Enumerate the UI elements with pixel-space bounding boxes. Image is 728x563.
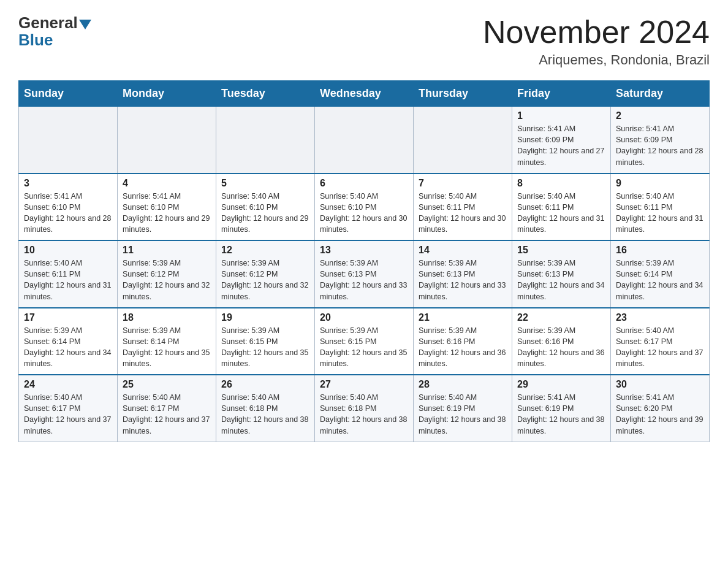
day-info: Sunrise: 5:39 AM Sunset: 6:14 PM Dayligh… <box>24 325 112 370</box>
calendar-cell: 7Sunrise: 5:40 AM Sunset: 6:11 PM Daylig… <box>414 174 512 241</box>
calendar-cell: 15Sunrise: 5:39 AM Sunset: 6:13 PM Dayli… <box>512 240 611 308</box>
day-info: Sunrise: 5:39 AM Sunset: 6:16 PM Dayligh… <box>419 325 507 370</box>
calendar-cell <box>216 107 315 174</box>
calendar-subtitle: Ariquemes, Rondonia, Brazil <box>483 52 710 68</box>
day-number: 17 <box>24 312 112 323</box>
weekday-header-monday: Monday <box>118 81 216 107</box>
day-number: 7 <box>419 178 507 189</box>
day-number: 12 <box>221 245 309 256</box>
day-number: 21 <box>419 312 507 323</box>
calendar-cell: 6Sunrise: 5:40 AM Sunset: 6:10 PM Daylig… <box>315 174 414 241</box>
calendar-title: November 2024 <box>483 15 710 50</box>
day-number: 6 <box>320 178 408 189</box>
calendar-cell: 27Sunrise: 5:40 AM Sunset: 6:18 PM Dayli… <box>315 375 414 442</box>
day-info: Sunrise: 5:41 AM Sunset: 6:20 PM Dayligh… <box>616 392 704 437</box>
title-area: November 2024 Ariquemes, Rondonia, Brazi… <box>483 15 710 68</box>
day-info: Sunrise: 5:39 AM Sunset: 6:15 PM Dayligh… <box>320 325 408 370</box>
day-info: Sunrise: 5:40 AM Sunset: 6:18 PM Dayligh… <box>221 392 309 437</box>
day-info: Sunrise: 5:41 AM Sunset: 6:10 PM Dayligh… <box>24 191 112 236</box>
calendar-cell: 23Sunrise: 5:40 AM Sunset: 6:17 PM Dayli… <box>611 308 710 375</box>
calendar-cell: 26Sunrise: 5:40 AM Sunset: 6:18 PM Dayli… <box>216 375 315 442</box>
day-info: Sunrise: 5:39 AM Sunset: 6:13 PM Dayligh… <box>419 258 507 302</box>
calendar-cell: 11Sunrise: 5:39 AM Sunset: 6:12 PM Dayli… <box>118 240 216 308</box>
calendar-cell: 25Sunrise: 5:40 AM Sunset: 6:17 PM Dayli… <box>118 375 216 442</box>
day-info: Sunrise: 5:40 AM Sunset: 6:10 PM Dayligh… <box>320 191 408 236</box>
day-number: 27 <box>320 379 408 390</box>
weekday-header-row: SundayMondayTuesdayWednesdayThursdayFrid… <box>19 81 710 107</box>
day-info: Sunrise: 5:39 AM Sunset: 6:12 PM Dayligh… <box>123 258 211 302</box>
day-info: Sunrise: 5:41 AM Sunset: 6:19 PM Dayligh… <box>517 392 605 437</box>
day-number: 13 <box>320 245 408 256</box>
day-number: 10 <box>24 245 112 256</box>
calendar-cell: 18Sunrise: 5:39 AM Sunset: 6:14 PM Dayli… <box>118 308 216 375</box>
calendar-week-3: 10Sunrise: 5:40 AM Sunset: 6:11 PM Dayli… <box>19 240 710 308</box>
calendar-cell: 24Sunrise: 5:40 AM Sunset: 6:17 PM Dayli… <box>19 375 118 442</box>
day-info: Sunrise: 5:40 AM Sunset: 6:17 PM Dayligh… <box>123 392 211 437</box>
calendar-cell: 29Sunrise: 5:41 AM Sunset: 6:19 PM Dayli… <box>512 375 611 442</box>
day-number: 2 <box>616 110 704 121</box>
calendar-cell: 5Sunrise: 5:40 AM Sunset: 6:10 PM Daylig… <box>216 174 315 241</box>
calendar-cell <box>118 107 216 174</box>
calendar-cell: 22Sunrise: 5:39 AM Sunset: 6:16 PM Dayli… <box>512 308 611 375</box>
calendar-cell: 8Sunrise: 5:40 AM Sunset: 6:11 PM Daylig… <box>512 174 611 241</box>
logo-general-text: General <box>18 15 78 31</box>
calendar-cell <box>315 107 414 174</box>
calendar-cell: 12Sunrise: 5:39 AM Sunset: 6:12 PM Dayli… <box>216 240 315 308</box>
calendar-cell: 3Sunrise: 5:41 AM Sunset: 6:10 PM Daylig… <box>19 174 118 241</box>
day-number: 20 <box>320 312 408 323</box>
day-number: 3 <box>24 178 112 189</box>
calendar-cell: 4Sunrise: 5:41 AM Sunset: 6:10 PM Daylig… <box>118 174 216 241</box>
logo-arrow-icon <box>79 20 91 29</box>
calendar-cell <box>19 107 118 174</box>
weekday-header-tuesday: Tuesday <box>216 81 315 107</box>
calendar-cell: 16Sunrise: 5:39 AM Sunset: 6:14 PM Dayli… <box>611 240 710 308</box>
day-number: 16 <box>616 245 704 256</box>
day-info: Sunrise: 5:40 AM Sunset: 6:11 PM Dayligh… <box>419 191 507 236</box>
day-info: Sunrise: 5:40 AM Sunset: 6:10 PM Dayligh… <box>221 191 309 236</box>
weekday-header-sunday: Sunday <box>19 81 118 107</box>
day-number: 15 <box>517 245 605 256</box>
day-info: Sunrise: 5:41 AM Sunset: 6:09 PM Dayligh… <box>616 123 704 168</box>
day-number: 19 <box>221 312 309 323</box>
calendar-week-2: 3Sunrise: 5:41 AM Sunset: 6:10 PM Daylig… <box>19 174 710 241</box>
day-number: 24 <box>24 379 112 390</box>
day-info: Sunrise: 5:39 AM Sunset: 6:14 PM Dayligh… <box>123 325 211 370</box>
day-number: 9 <box>616 178 704 189</box>
day-info: Sunrise: 5:39 AM Sunset: 6:15 PM Dayligh… <box>221 325 309 370</box>
day-number: 4 <box>123 178 211 189</box>
calendar-cell: 10Sunrise: 5:40 AM Sunset: 6:11 PM Dayli… <box>19 240 118 308</box>
weekday-header-saturday: Saturday <box>611 81 710 107</box>
day-number: 23 <box>616 312 704 323</box>
day-number: 25 <box>123 379 211 390</box>
day-info: Sunrise: 5:40 AM Sunset: 6:11 PM Dayligh… <box>24 258 112 302</box>
day-info: Sunrise: 5:40 AM Sunset: 6:18 PM Dayligh… <box>320 392 408 437</box>
calendar-cell: 9Sunrise: 5:40 AM Sunset: 6:11 PM Daylig… <box>611 174 710 241</box>
day-number: 11 <box>123 245 211 256</box>
weekday-header-wednesday: Wednesday <box>315 81 414 107</box>
page-header: General Blue November 2024 Ariquemes, Ro… <box>18 15 710 68</box>
calendar-cell: 28Sunrise: 5:40 AM Sunset: 6:19 PM Dayli… <box>414 375 512 442</box>
day-info: Sunrise: 5:40 AM Sunset: 6:11 PM Dayligh… <box>616 191 704 236</box>
calendar-week-4: 17Sunrise: 5:39 AM Sunset: 6:14 PM Dayli… <box>19 308 710 375</box>
day-number: 1 <box>517 110 605 121</box>
day-number: 8 <box>517 178 605 189</box>
day-info: Sunrise: 5:40 AM Sunset: 6:17 PM Dayligh… <box>616 325 704 370</box>
calendar-cell: 17Sunrise: 5:39 AM Sunset: 6:14 PM Dayli… <box>19 308 118 375</box>
day-info: Sunrise: 5:41 AM Sunset: 6:10 PM Dayligh… <box>123 191 211 236</box>
calendar-cell: 19Sunrise: 5:39 AM Sunset: 6:15 PM Dayli… <box>216 308 315 375</box>
logo-blue-text: Blue <box>18 31 53 50</box>
weekday-header-friday: Friday <box>512 81 611 107</box>
day-number: 18 <box>123 312 211 323</box>
calendar-cell: 20Sunrise: 5:39 AM Sunset: 6:15 PM Dayli… <box>315 308 414 375</box>
logo: General Blue <box>18 15 93 50</box>
day-number: 22 <box>517 312 605 323</box>
day-info: Sunrise: 5:39 AM Sunset: 6:16 PM Dayligh… <box>517 325 605 370</box>
day-number: 29 <box>517 379 605 390</box>
day-info: Sunrise: 5:41 AM Sunset: 6:09 PM Dayligh… <box>517 123 605 168</box>
day-info: Sunrise: 5:39 AM Sunset: 6:12 PM Dayligh… <box>221 258 309 302</box>
calendar-cell <box>414 107 512 174</box>
day-number: 14 <box>419 245 507 256</box>
calendar-cell: 21Sunrise: 5:39 AM Sunset: 6:16 PM Dayli… <box>414 308 512 375</box>
calendar-cell: 1Sunrise: 5:41 AM Sunset: 6:09 PM Daylig… <box>512 107 611 174</box>
day-number: 28 <box>419 379 507 390</box>
